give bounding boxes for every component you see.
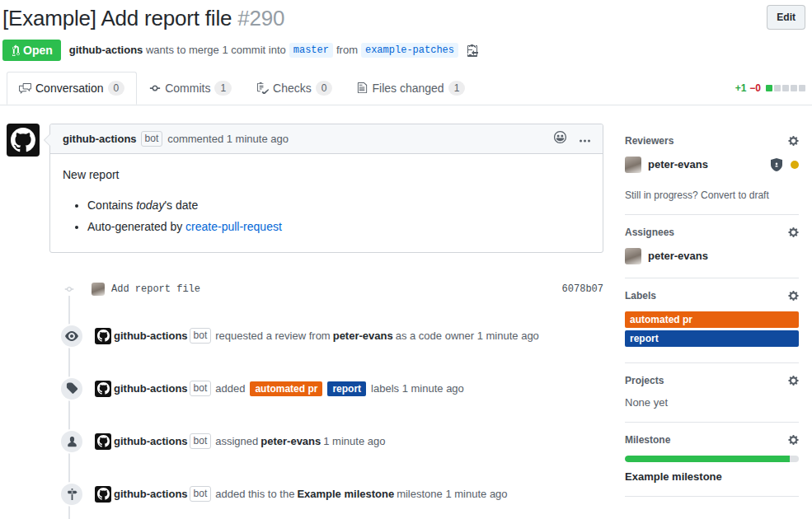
- reviewer-name[interactable]: peter-evans: [648, 158, 708, 171]
- event-actor[interactable]: github-actions: [114, 435, 188, 447]
- github-logo-icon: [97, 382, 110, 395]
- checklist-icon: [256, 82, 269, 94]
- timeline-event-review-requested: github-actions bot requested a review fr…: [7, 324, 603, 348]
- comment-action-text: commented 1 minute ago: [167, 133, 289, 145]
- additions-count: +1: [735, 82, 747, 94]
- pr-meta: Open github-actions wants to merge 1 com…: [2, 40, 805, 61]
- git-commit-icon: [63, 283, 76, 296]
- bot-badge: bot: [190, 433, 212, 449]
- diffstat-block: [766, 85, 772, 91]
- add-reaction-icon[interactable]: [554, 131, 566, 146]
- diffstat-block: [774, 85, 781, 91]
- comment-header: github-actions bot commented 1 minute ag…: [50, 124, 603, 154]
- comment-intro: New report: [63, 166, 590, 184]
- pr-title-text: [Example] Add report file: [2, 6, 232, 30]
- timeline-event-milestoned: github-actions bot added this to the Exa…: [7, 482, 603, 507]
- bot-badge: bot: [190, 486, 212, 502]
- projects-empty-text: None yet: [625, 396, 799, 409]
- label-automated-pr[interactable]: automated pr: [250, 381, 322, 396]
- tab-counter: 0: [316, 81, 333, 96]
- commit-row: Add report file 6078b07: [7, 283, 603, 296]
- event-actor[interactable]: github-actions: [114, 382, 188, 395]
- github-logo-icon: [97, 330, 110, 342]
- commit-message[interactable]: Add report file: [111, 283, 200, 295]
- comment-bullet: Auto-generated by create-pull-request: [87, 218, 590, 236]
- gear-icon[interactable]: [788, 135, 799, 147]
- avatar[interactable]: [625, 248, 641, 264]
- milestone-name-link[interactable]: Example milestone: [625, 470, 799, 483]
- tab-files-changed[interactable]: Files changed 1: [345, 72, 477, 105]
- pr-number: #290: [237, 6, 284, 30]
- sidebar-section-assignees: Assignees peter-evans: [625, 215, 799, 278]
- comment-discussion-icon: [19, 82, 31, 95]
- reviewers-title: Reviewers: [625, 135, 674, 147]
- avatar[interactable]: [625, 157, 641, 173]
- italic-text: today: [136, 199, 164, 212]
- state-label: Open: [23, 44, 53, 57]
- bot-badge: bot: [190, 381, 212, 396]
- tab-commits[interactable]: Commits 1: [137, 72, 244, 105]
- avatar[interactable]: [7, 124, 40, 157]
- git-commit-icon: [149, 82, 161, 94]
- github-logo-icon: [97, 435, 110, 447]
- bot-badge: bot: [190, 328, 212, 344]
- tab-checks[interactable]: Checks 0: [244, 72, 345, 105]
- diffstat-block: [799, 85, 805, 91]
- deletions-count: −0: [749, 82, 761, 94]
- shield-icon[interactable]: [771, 158, 782, 171]
- file-diff-icon: [357, 82, 368, 94]
- reviewer-row: peter-evans: [625, 157, 799, 173]
- base-branch-chip[interactable]: master: [289, 43, 333, 58]
- label-report[interactable]: report: [625, 330, 799, 347]
- diffstat-block: [791, 85, 797, 91]
- edit-button[interactable]: Edit: [767, 5, 805, 30]
- avatar[interactable]: [95, 433, 111, 450]
- comment-author[interactable]: github-actions: [63, 133, 137, 145]
- sidebar-section-milestone: Milestone Example milestone: [625, 423, 799, 497]
- gear-icon[interactable]: [788, 290, 799, 302]
- event-reviewer[interactable]: peter-evans: [333, 330, 393, 342]
- pr-tab-bar: Conversation 0 Commits 1 Checks 0 Files …: [0, 72, 812, 105]
- event-milestone[interactable]: Example milestone: [297, 488, 394, 500]
- kebab-menu-icon[interactable]: [580, 133, 590, 145]
- event-actor[interactable]: github-actions: [114, 488, 188, 500]
- from-text: from: [336, 44, 358, 56]
- eye-icon: [59, 324, 84, 348]
- comment-box: github-actions bot commented 1 minute ag…: [49, 124, 603, 253]
- github-logo-icon: [97, 488, 110, 500]
- assignee-name[interactable]: peter-evans: [648, 250, 708, 262]
- convert-to-draft-link[interactable]: Convert to draft: [701, 189, 769, 201]
- avatar[interactable]: [92, 283, 105, 296]
- milestone-progress-bar: [625, 456, 799, 462]
- person-icon: [59, 429, 84, 454]
- milestone-icon: [59, 482, 84, 507]
- tab-counter: 0: [108, 81, 125, 96]
- event-assignee[interactable]: peter-evans: [260, 435, 321, 447]
- convert-to-draft-note: Still in progress? Convert to draft: [625, 189, 799, 201]
- tab-conversation[interactable]: Conversation 0: [7, 72, 137, 105]
- gear-icon[interactable]: [788, 227, 799, 238]
- sidebar-section-reviewers: Reviewers peter-evans Still in progress?…: [625, 124, 799, 215]
- avatar[interactable]: [95, 328, 111, 344]
- avatar[interactable]: [95, 486, 111, 503]
- copy-branch-icon[interactable]: [467, 44, 478, 57]
- commit-sha[interactable]: 6078b07: [562, 283, 603, 295]
- gear-icon[interactable]: [788, 375, 799, 386]
- tag-icon: [59, 376, 84, 401]
- gear-icon[interactable]: [788, 434, 799, 446]
- tab-counter: 1: [448, 81, 466, 96]
- label-report[interactable]: report: [327, 381, 366, 396]
- event-actor[interactable]: github-actions: [114, 330, 188, 342]
- diffstat-block: [782, 85, 789, 91]
- comment-body: New report Contains today's date Auto-ge…: [50, 154, 603, 252]
- avatar[interactable]: [95, 381, 111, 397]
- label-automated-pr[interactable]: automated pr: [625, 311, 799, 328]
- tab-label: Conversation: [35, 82, 104, 95]
- pr-author[interactable]: github-actions: [69, 44, 143, 56]
- merge-text: wants to merge 1 commit into: [146, 44, 286, 56]
- labels-title: Labels: [625, 290, 656, 302]
- diffstat[interactable]: +1 −0: [735, 82, 812, 94]
- create-pull-request-link[interactable]: create-pull-request: [185, 220, 282, 233]
- timeline: Add report file 6078b07 github-actions b…: [7, 283, 603, 507]
- head-branch-chip[interactable]: example-patches: [361, 43, 458, 58]
